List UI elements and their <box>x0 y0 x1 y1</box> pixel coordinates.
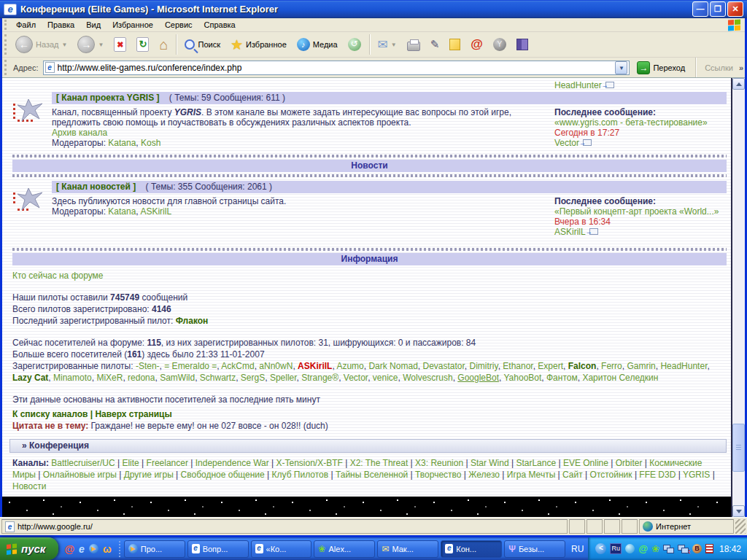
scroll-down-button[interactable] <box>732 505 745 517</box>
glink-item[interactable]: Katana <box>108 138 136 148</box>
menu-tools[interactable]: Сервис <box>159 18 198 31</box>
glink-item[interactable]: Orbiter <box>616 458 643 468</box>
home-button[interactable]: ⌂ <box>154 34 173 55</box>
back-button[interactable]: ← Назад ▼ <box>10 32 72 57</box>
task-ie-window-active[interactable]: eКон... <box>441 540 502 558</box>
notes-button[interactable] <box>444 35 465 54</box>
glink-item[interactable]: Новости <box>12 481 46 491</box>
glink-item[interactable]: Клуб Пилотов <box>272 470 329 480</box>
pilot-item[interactable]: Dimitriy <box>470 361 498 371</box>
edit-button[interactable]: ✎ <box>425 34 445 55</box>
menu-file[interactable]: Файл <box>10 18 42 31</box>
pilot-item[interactable]: HeadHunter <box>660 361 707 371</box>
glink-item[interactable]: Свободное общение <box>181 470 265 480</box>
research-button[interactable] <box>511 35 533 54</box>
resize-grip[interactable] <box>735 519 746 534</box>
glink-item[interactable]: X3: Reunion <box>415 458 463 468</box>
task-paint-window[interactable]: ΨБезы... <box>504 540 565 558</box>
glink-item[interactable]: Katana <box>108 206 136 217</box>
task-icq-window[interactable]: ❀Alex... <box>314 540 375 558</box>
go-button[interactable]: → Переход <box>632 59 689 77</box>
glink-item[interactable]: YGRIS <box>683 470 710 480</box>
pilot-item[interactable]: aNn0wN <box>259 361 293 371</box>
prev-last-author-link[interactable]: HeadHunter <box>554 80 602 90</box>
glink-item[interactable]: Отстойник <box>590 470 632 480</box>
back-dropdown-icon[interactable]: ▼ <box>62 42 68 48</box>
pilot-item[interactable]: venice <box>373 373 398 383</box>
channel-list-link[interactable]: К списку каналов <box>12 409 88 419</box>
last-post-author-link[interactable]: Vector <box>554 138 579 148</box>
scrollbar-thumb[interactable] <box>732 424 745 472</box>
glink-item[interactable]: Сайт <box>562 470 583 480</box>
archive-link[interactable]: Архив канала <box>52 128 107 138</box>
ql-ie-icon[interactable]: e <box>79 544 85 554</box>
pilot-item[interactable]: Expert <box>538 361 563 371</box>
maximize-button[interactable]: ❐ <box>710 1 726 17</box>
glink-item[interactable]: ASKirilL <box>140 206 171 217</box>
search-button[interactable]: Поиск <box>179 36 225 53</box>
pilot-item[interactable]: -Sten- <box>136 361 160 371</box>
network-icon[interactable] <box>663 545 674 553</box>
pilot-item[interactable]: GoogleBot <box>457 373 499 383</box>
glink-item[interactable]: X2: The Threat <box>350 458 409 468</box>
pilot-item[interactable]: Ethanor <box>503 361 533 371</box>
pilot-item[interactable]: Speller <box>270 373 297 383</box>
pilot-item[interactable]: Wolvescrush <box>403 373 452 383</box>
pilot-item[interactable]: Schwartz <box>200 373 236 383</box>
ql-download-master-icon[interactable]: ω <box>103 544 112 554</box>
pilot-item[interactable]: redona <box>128 373 155 383</box>
pilot-item[interactable]: YahooBot <box>504 373 542 383</box>
glink-item[interactable]: Другие игры <box>124 470 174 480</box>
forward-button[interactable]: → ▼ <box>72 32 109 57</box>
pilot-item[interactable]: Dark Nomad <box>368 361 417 371</box>
glink-item[interactable]: Freelancer <box>147 458 188 468</box>
glink-item[interactable]: FFE D3D <box>639 470 676 480</box>
pilot-item[interactable]: Ferro <box>601 361 622 371</box>
glink-item[interactable]: Independence War <box>196 458 269 468</box>
task-mail-window[interactable]: ✉Мак... <box>377 540 438 558</box>
language-indicator[interactable]: RU <box>567 544 588 554</box>
messenger-button[interactable]: Y <box>488 34 511 55</box>
goto-post-icon[interactable] <box>583 139 592 146</box>
pilot-item[interactable]: SergS <box>241 373 265 383</box>
menu-edit[interactable]: Правка <box>42 18 80 31</box>
last-post-title-link[interactable]: «www.ygris.com - бета-тестирование» <box>554 117 708 128</box>
who-online-link[interactable]: Кто сейчас на форуме <box>12 271 104 281</box>
glink-item[interactable]: Battlecruiser/UC <box>51 458 115 468</box>
pilot-item[interactable]: SamWild <box>160 373 195 383</box>
glink-item[interactable]: Elite <box>122 458 139 468</box>
taskbar-grip[interactable] <box>119 541 121 557</box>
menu-help[interactable]: Справка <box>198 18 241 31</box>
vertical-scrollbar[interactable] <box>732 78 745 517</box>
channel-title-link[interactable]: [ Канал новостей ] <box>56 182 136 192</box>
menu-grip[interactable] <box>4 20 8 30</box>
last-post-title-link[interactable]: «Первый концепт-арт проекта «World...» <box>554 206 719 217</box>
ql-icq-icon[interactable]: @ <box>64 544 74 554</box>
pilot-item[interactable]: Харитон Селедкин <box>582 373 658 383</box>
tray-icq-flower-icon[interactable]: ❀ <box>651 544 659 553</box>
start-button[interactable]: пуск <box>0 537 58 560</box>
favorites-button[interactable]: ★ Избранное <box>225 33 292 57</box>
task-media-player[interactable]: ▶Про... <box>124 540 185 558</box>
glink-item[interactable]: Kosh <box>141 138 160 148</box>
close-button[interactable]: ✕ <box>727 1 743 17</box>
glink-item[interactable]: Железо <box>468 470 500 480</box>
links-chevron-icon[interactable]: » <box>739 63 743 72</box>
links-label[interactable]: Ссылки <box>702 63 736 72</box>
tray-grid-icon[interactable] <box>705 544 713 553</box>
last-post-author-link[interactable]: ASKirilL <box>554 227 586 237</box>
glink-item[interactable]: Тайны Вселенной <box>336 470 408 480</box>
tray-ball-icon[interactable] <box>625 544 635 553</box>
stop-button[interactable]: ✖ <box>109 34 131 55</box>
pilot-item[interactable]: Strange® <box>301 373 338 383</box>
task-ie-window[interactable]: eВопр... <box>187 540 249 558</box>
pilot-item[interactable]: Фантом <box>546 373 578 383</box>
last-registered-pilot-link[interactable]: Флакон <box>176 316 209 326</box>
glink-item[interactable]: StarLance <box>516 458 556 468</box>
pilot-item[interactable]: Azumo <box>336 361 363 371</box>
channel-title-link[interactable]: [ Канал проекта YGRIS ] <box>56 93 160 103</box>
glink-item[interactable]: Онлайновые игры <box>43 470 117 480</box>
address-input[interactable] <box>58 63 613 73</box>
tray-app-icon[interactable]: B <box>692 544 702 553</box>
menu-favorites[interactable]: Избранное <box>107 18 159 31</box>
